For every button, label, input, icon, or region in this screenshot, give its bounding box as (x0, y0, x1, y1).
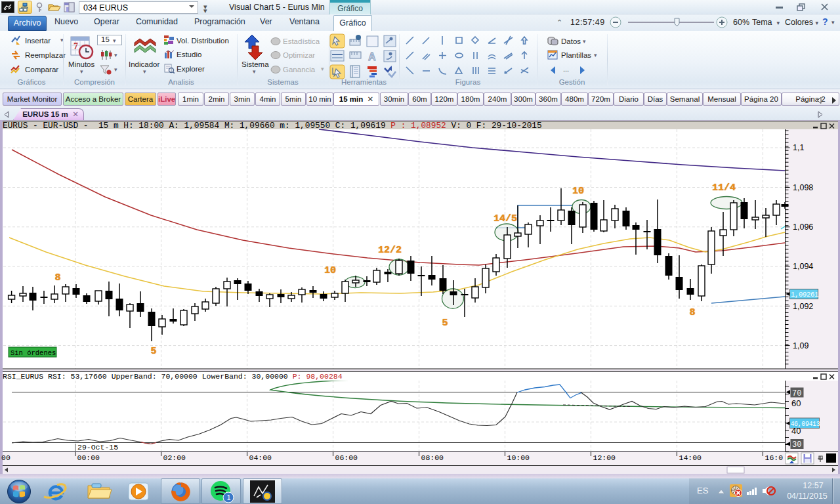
svg-text:10:00: 10:00 (507, 453, 530, 462)
svg-text:60: 60 (791, 398, 801, 408)
svg-text:02:00: 02:00 (163, 453, 186, 462)
svg-text:08:00: 08:00 (421, 453, 444, 462)
svg-text:5: 5 (442, 318, 448, 329)
svg-text:Sin órdenes: Sin órdenes (10, 349, 56, 357)
svg-text:1,1: 1,1 (793, 143, 804, 152)
svg-text:1,094: 1,094 (793, 262, 813, 271)
svg-text:14:00: 14:00 (679, 453, 702, 462)
svg-text:30: 30 (792, 440, 801, 450)
svg-text:12/2: 12/2 (378, 245, 402, 256)
svg-text:14/5: 14/5 (494, 213, 517, 224)
svg-text:04:00: 04:00 (249, 453, 272, 462)
svg-text:12:00: 12:00 (593, 453, 616, 462)
svg-text:8: 8 (54, 272, 60, 284)
svg-text:8: 8 (689, 307, 695, 318)
svg-text:10: 10 (324, 265, 336, 276)
svg-text:1,096: 1,096 (793, 222, 813, 232)
svg-text:1,09: 1,09 (793, 341, 808, 350)
svg-text:40: 40 (791, 426, 801, 436)
svg-text:10: 10 (572, 186, 584, 197)
svg-text:70: 70 (792, 389, 801, 398)
svg-text:1: 1 (227, 494, 231, 501)
svg-text:1,098: 1,098 (793, 183, 813, 192)
svg-text:06:00: 06:00 (335, 453, 358, 462)
svg-text:00:00: 00:00 (77, 453, 100, 462)
svg-text:1,09261: 1,09261 (791, 291, 818, 299)
svg-text:00: 00 (1, 453, 10, 462)
svg-text:1,092: 1,092 (793, 302, 813, 311)
svg-text:29-Oct-15: 29-Oct-15 (77, 443, 118, 452)
svg-text:11/4: 11/4 (712, 182, 736, 194)
svg-text:5: 5 (150, 346, 156, 357)
svg-text:16:0: 16:0 (765, 453, 784, 462)
